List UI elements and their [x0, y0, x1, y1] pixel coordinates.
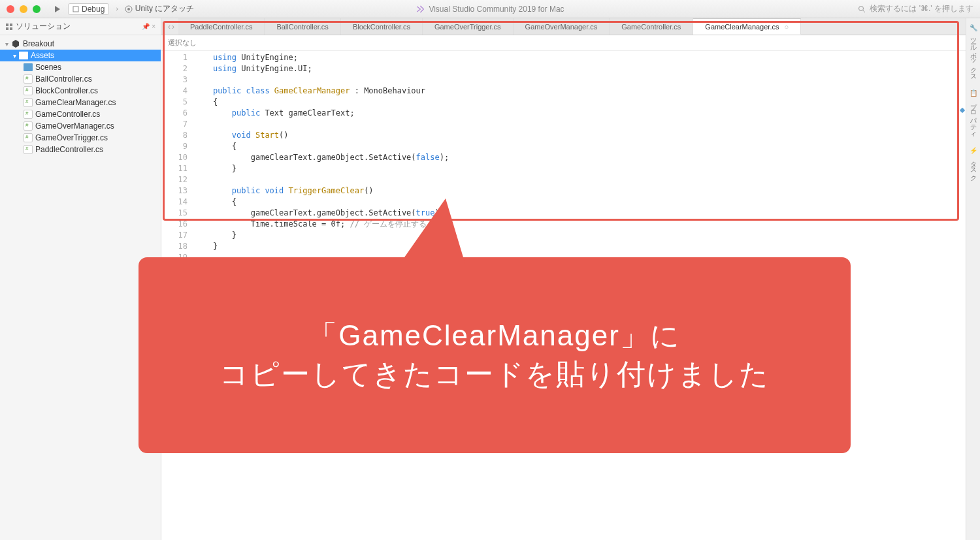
config-dropdown[interactable]: Debug [68, 3, 109, 15]
solution-icon [5, 23, 13, 31]
tab-block[interactable]: BlockController.cs [341, 18, 423, 35]
titlebar: Debug › Unity にアタッチ Visual Studio Commun… [0, 0, 980, 18]
csharp-icon [24, 121, 33, 131]
line-gutter: 12345678910111213141516171819 [161, 52, 194, 263]
csharp-icon [24, 110, 33, 119]
callout-line2: コピーしてきたコードを貼り付けました [220, 355, 770, 394]
sidebar-title: ソリューション [16, 21, 71, 32]
tab-ball[interactable]: BallController.cs [265, 18, 340, 35]
folder-icon [24, 63, 33, 71]
annotation-callout: 「GameClearManager」に コピーしてきたコードを貼り付けました [139, 257, 851, 453]
pin-icon[interactable]: 📌 × [142, 23, 155, 30]
unity-icon [11, 39, 20, 48]
svg-rect-6 [10, 24, 12, 26]
tab-gameovertrigger[interactable]: GameOverTrigger.cs [423, 18, 514, 35]
close-icon[interactable]: ○ [784, 23, 789, 31]
csharp-icon [24, 74, 33, 84]
right-rail: 🔧 ツールボックス 📋 プロパティ ⚡ タスク [966, 18, 980, 540]
close-window[interactable] [7, 5, 14, 13]
project-node[interactable]: ▾ Breakout [0, 38, 161, 50]
chevron-right-icon: › [116, 5, 118, 12]
minimize-window[interactable] [20, 5, 27, 13]
scenes-folder[interactable]: Scenes [0, 61, 161, 73]
file-item[interactable]: PaddleController.cs [0, 144, 161, 155]
tab-forward[interactable]: › [172, 22, 174, 31]
csharp-icon [24, 86, 33, 95]
file-item[interactable]: GameController.cs [0, 108, 161, 120]
assets-folder[interactable]: ▾ Assets [0, 50, 161, 61]
tab-gameovermanager[interactable]: GameOverManager.cs [514, 18, 610, 35]
file-item[interactable]: GameOverTrigger.cs [0, 132, 161, 144]
svg-rect-5 [6, 24, 8, 26]
svg-rect-7 [6, 27, 8, 30]
csharp-icon [24, 133, 33, 142]
tasks-tab[interactable]: ⚡ タスク [969, 146, 978, 178]
svg-rect-0 [73, 7, 78, 12]
svg-line-4 [863, 10, 865, 12]
tab-paddle[interactable]: PaddleController.cs [178, 18, 265, 35]
window-controls [7, 5, 41, 13]
csharp-icon [24, 98, 33, 107]
vs-icon [416, 5, 425, 14]
attach-target[interactable]: Unity にアタッチ [125, 3, 195, 14]
tab-back[interactable]: ‹ [168, 22, 171, 31]
svg-point-3 [859, 6, 864, 10]
tab-gameclearmanager[interactable]: GameClearManager.cs○ [693, 18, 801, 35]
editor-tabs: ‹ › PaddleController.cs BallController.c… [161, 18, 966, 35]
svg-point-2 [127, 8, 130, 10]
app-title: Visual Studio Community 2019 for Mac [416, 5, 564, 14]
solution-explorer: ソリューション 📌 × ▾ Breakout ▾ Assets Scenes B… [0, 18, 161, 540]
file-item[interactable]: BallController.cs [0, 73, 161, 85]
play-button[interactable] [54, 5, 61, 13]
file-item[interactable]: BlockController.cs [0, 85, 161, 97]
callout-line1: 「GameClearManager」に [308, 317, 681, 355]
code-editor[interactable]: 12345678910111213141516171819 using Unit… [161, 51, 966, 263]
search-box[interactable]: 検索するには '⌘.' を押します [858, 3, 973, 14]
toolbox-tab[interactable]: 🔧 ツールボックス [969, 24, 978, 77]
svg-rect-8 [10, 27, 12, 30]
maximize-window[interactable] [33, 5, 41, 13]
code-content[interactable]: using UnityEngine; using UnityEngine.UI;… [194, 52, 966, 263]
breadcrumb[interactable]: 選択なし [161, 35, 966, 51]
file-item[interactable]: GameOverManager.cs [0, 120, 161, 132]
file-item[interactable]: GameClearManager.cs [0, 97, 161, 108]
tab-gamecontroller[interactable]: GameController.cs [610, 18, 693, 35]
csharp-icon [24, 145, 33, 154]
properties-tab[interactable]: 📋 プロパティ [969, 89, 978, 135]
tab-nav: ‹ › [164, 18, 178, 35]
folder-icon [19, 52, 28, 59]
search-icon [858, 5, 866, 13]
